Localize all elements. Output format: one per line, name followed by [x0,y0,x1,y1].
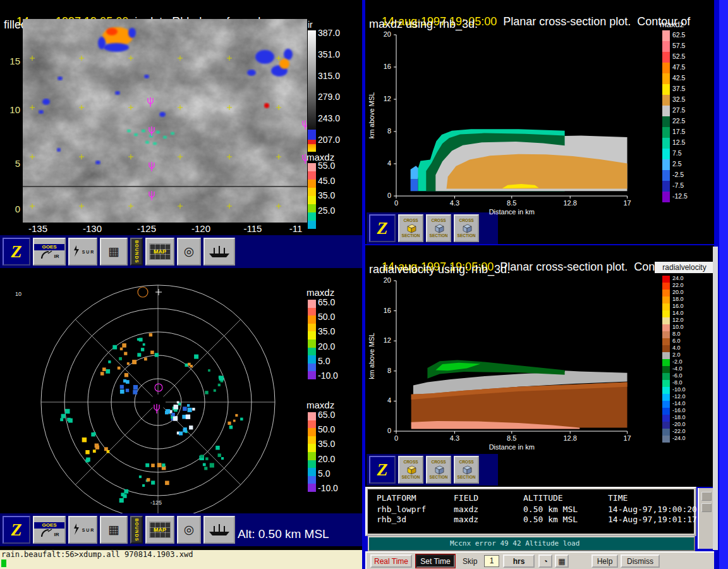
colorbar-label: 5.0 [318,356,330,366]
cross-section-button-2[interactable]: CROSSSECTION [454,214,479,242]
y-tick-label: 5 [4,158,20,169]
cross-section-button-1[interactable]: CROSSSECTION [426,456,451,484]
surveillance-button[interactable]: S U R [68,516,97,544]
colorbar-label: 20.0 [672,289,684,295]
cross-section-button-2[interactable]: CROSSSECTION [454,456,479,484]
grid-button[interactable]: ▦ [100,516,128,544]
x-tick-label: 12.8 [559,199,581,207]
clock-button[interactable]: ◔ [538,554,552,568]
x-axis-title: Distance in km [483,208,540,216]
colorbar-title: maxdz [306,287,334,298]
colorbar-label: -12.5 [672,192,688,200]
colorbar-label: -2.5 [672,171,684,178]
xs-velocity-toolbar: ZCROSSSECTIONCROSSSECTIONCROSSSECTION [367,454,498,486]
real-time-button[interactable]: Real Time [370,554,412,568]
background-message-window[interactable]: Mccnx error 49 42 Altitude load [368,536,695,551]
cross-section-button-1[interactable]: CROSSSECTION [426,214,451,242]
colorbar-label: 50.0 [318,312,335,322]
x-tick-label: -120 [187,223,215,234]
dismiss-button[interactable]: Dismiss [621,554,660,568]
cube-icon [405,465,416,475]
colorbar-label: 6.0 [672,338,681,344]
y-tick-label: 10 [4,104,20,115]
terminal-strip[interactable]: rain.beaufalt:56>xdump.all 970814.1903.x… [0,550,362,569]
cross-section-button-active[interactable]: CROSSSECTION [398,214,423,242]
status-table-header: FIELD [454,493,478,503]
colorbar [662,276,670,443]
x-axis-title: Distance in km [483,443,540,451]
colorbar [308,163,316,229]
colorbar-label: 5.0 [318,468,330,479]
ship-button[interactable] [203,516,235,544]
colorbar-label: 14.0 [672,310,684,316]
colorbar-label: -10.0 [318,370,338,381]
colorbar-label: 12.5 [672,138,685,146]
status-table-cell: 14-Aug-97,19:01:17 [608,515,697,524]
colorbar-label: 22.0 [672,282,684,288]
hrs-button[interactable]: hrs [503,554,535,568]
desktop-edge [719,0,728,569]
cross-section-button-active[interactable]: CROSSSECTION [398,456,423,484]
satellite-dish-icon [40,250,54,259]
grid-button[interactable]: ▦ [100,238,128,266]
zebra-logo-icon: Z [377,460,387,480]
scroll-down-button[interactable] [701,503,712,512]
colorbar-label: 62.5 [672,31,685,39]
colorbar-label: 20.0 [318,341,335,352]
surveillance-button[interactable]: S U R [68,238,97,266]
colorbar [308,30,316,152]
zebra-logo-button[interactable]: Z [369,214,396,242]
scroll-up-button[interactable] [701,492,712,501]
y-tick-label: 12 [376,95,391,102]
ppi-radar-display[interactable]: 10-125 [0,284,303,513]
map-button[interactable]: MAP [145,238,174,266]
grid-icon: ▦ [108,523,119,536]
velocity-cross-section-plot[interactable] [375,277,647,436]
x-tick-label: -130 [78,223,106,234]
rings-button[interactable]: ◎ [177,516,201,544]
bounds-button[interactable]: BOUNDS [130,238,143,266]
rings-icon: ◎ [184,523,195,536]
zebra-logo-button[interactable]: Z [3,238,30,266]
colorbar-label: 10.0 [672,324,684,330]
status-table-cell: 0.50 km MSL [523,505,578,514]
satellite-dish-icon [40,529,54,537]
colorbar-label: 16.0 [672,303,684,309]
rings-button[interactable]: ◎ [177,238,201,266]
window-scrollbar[interactable] [698,488,714,549]
y-tick-label: 8 [376,127,391,135]
maxdz-cross-section-plot[interactable] [375,30,647,205]
cube-icon [433,223,444,233]
colorbar-label: 8.0 [672,331,681,337]
svg-text:-125: -125 [150,499,162,506]
ship-button[interactable] [203,238,235,266]
goes-ir-button[interactable]: GOESIR [33,238,66,266]
cube-icon [461,465,472,475]
colorbar [662,30,670,202]
colorbar-label: -10.0 [672,386,686,393]
set-time-button[interactable]: Set Time [416,554,455,568]
cube-icon [461,223,472,233]
skip-input[interactable]: 1 [484,555,499,567]
y-tick-label: 4 [376,396,391,404]
colorbar-label: 22.5 [672,117,685,125]
colorbar-label: 42.5 [672,74,685,82]
colorbar-label: 24.0 [672,275,684,281]
calendar-button[interactable]: ▦ [555,554,569,568]
status-table-cell: maxdz [454,505,478,514]
y-tick-label: 15 [4,56,20,66]
goes-ir-button[interactable]: GOESIR [33,516,66,544]
colorbar-label: 32.5 [672,95,685,103]
bounds-button[interactable]: BOUNDS [130,516,143,544]
colorbar-label: -20.0 [672,421,686,427]
y-tick-label: 8 [376,367,391,374]
zebra-logo-button[interactable]: Z [3,516,30,544]
zebra-logo-button[interactable]: Z [369,456,396,484]
status-table-cell: 0.50 km MSL [523,515,578,524]
map-button[interactable]: MAP [145,516,174,544]
colorbar [308,300,316,379]
status-table-header: TIME [608,493,628,503]
ir-satellite-image[interactable] [23,19,307,223]
colorbar-label: 65.0 [318,297,335,307]
help-button[interactable]: Help [592,554,618,568]
